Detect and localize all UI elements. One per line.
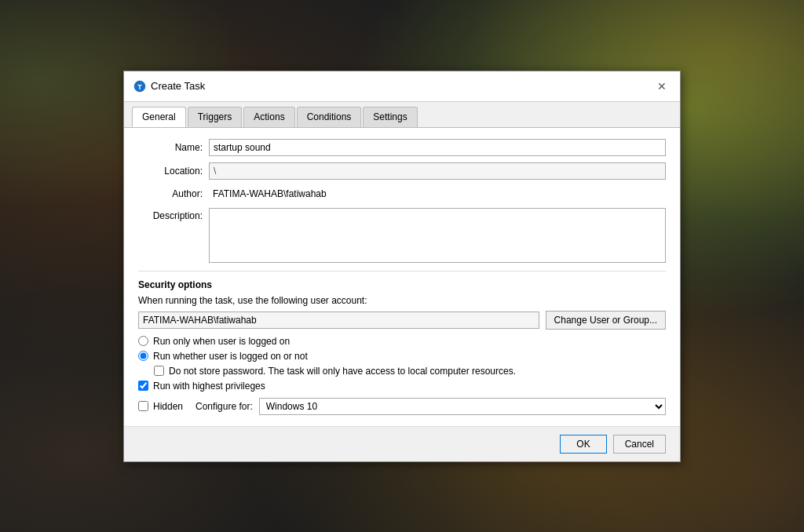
cancel-button[interactable]: Cancel <box>613 435 666 454</box>
highest-privileges-row: Run with highest privileges <box>138 381 666 392</box>
description-input[interactable] <box>209 208 666 263</box>
bottom-row: Hidden Configure for: Windows Vista, Win… <box>138 398 666 415</box>
hidden-checkbox[interactable] <box>138 401 148 411</box>
location-row: Location: <box>138 162 666 180</box>
radio-whether-logged-row: Run whether user is logged on or not <box>138 351 666 362</box>
tab-conditions[interactable]: Conditions <box>297 107 362 127</box>
task-icon: T <box>133 80 146 93</box>
security-section-title: Security options <box>138 279 666 290</box>
radio-logged-on-label[interactable]: Run only when user is logged on <box>153 336 290 347</box>
change-user-group-button[interactable]: Change User or Group... <box>546 311 666 330</box>
divider <box>138 271 666 271</box>
configure-label: Configure for: <box>196 401 253 412</box>
tab-triggers[interactable]: Triggers <box>188 107 243 127</box>
highest-privileges-label[interactable]: Run with highest privileges <box>153 381 265 392</box>
author-row: Author: FATIMA-WAHAB\fatiwahab <box>138 186 666 202</box>
close-button[interactable]: ✕ <box>653 78 671 95</box>
configure-select[interactable]: Windows Vista, Windows Server 2008 Windo… <box>259 398 666 415</box>
no-store-password-checkbox[interactable] <box>154 366 164 376</box>
no-store-password-label[interactable]: Do not store password. The task will onl… <box>169 366 516 377</box>
ok-button[interactable]: OK <box>560 435 606 454</box>
name-label: Name: <box>138 142 209 153</box>
location-label: Location: <box>138 166 209 177</box>
dialog-title: Create Task <box>151 80 205 92</box>
radio-logged-on-row: Run only when user is logged on <box>138 336 666 347</box>
highest-privileges-checkbox[interactable] <box>138 381 148 391</box>
description-row: Description: <box>138 208 666 263</box>
svg-text:T: T <box>137 83 142 91</box>
user-account-row: Change User or Group... <box>138 311 666 330</box>
title-bar: T Create Task ✕ <box>124 71 680 102</box>
dialog-buttons: OK Cancel <box>124 426 680 461</box>
title-bar-left: T Create Task <box>133 80 205 93</box>
radio-whether-logged[interactable] <box>138 351 148 361</box>
description-label: Description: <box>138 208 209 221</box>
tab-bar: General Triggers Actions Conditions Sett… <box>124 102 680 128</box>
radio-logged-on[interactable] <box>138 336 148 346</box>
configure-row: Configure for: Windows Vista, Windows Se… <box>196 398 666 415</box>
tab-content: Name: Location: Author: FATIMA-WAHAB\fat… <box>124 128 680 426</box>
user-account-input[interactable] <box>138 312 539 329</box>
tab-actions[interactable]: Actions <box>243 107 294 127</box>
hidden-label[interactable]: Hidden <box>153 401 183 412</box>
author-value: FATIMA-WAHAB\fatiwahab <box>209 186 666 202</box>
radio-whether-logged-label[interactable]: Run whether user is logged on or not <box>153 351 308 362</box>
tab-general[interactable]: General <box>132 107 186 127</box>
name-input[interactable] <box>209 139 666 156</box>
security-account-label: When running the task, use the following… <box>138 295 666 306</box>
author-label: Author: <box>138 188 209 199</box>
create-task-dialog: T Create Task ✕ General Triggers Actions… <box>123 71 681 462</box>
name-row: Name: <box>138 139 666 156</box>
no-store-password-row: Do not store password. The task will onl… <box>154 366 666 377</box>
hidden-row: Hidden <box>138 401 183 412</box>
location-input[interactable] <box>209 162 666 180</box>
tab-settings[interactable]: Settings <box>363 107 417 127</box>
